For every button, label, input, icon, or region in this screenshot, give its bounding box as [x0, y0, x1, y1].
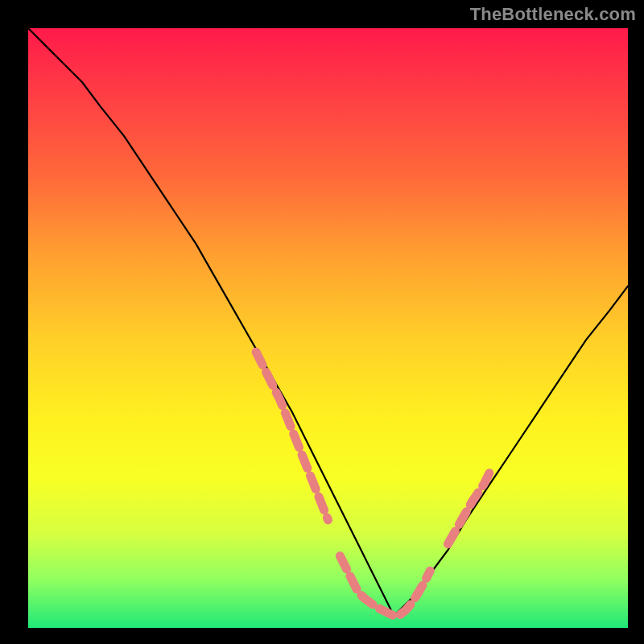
- right-curve: [394, 286, 628, 616]
- highlight-valley: [340, 556, 430, 617]
- curve-layer: [28, 28, 628, 628]
- highlight-right-ascent: [448, 472, 490, 543]
- left-curve: [28, 28, 394, 616]
- highlight-left-descent: [256, 352, 328, 520]
- plot-area: [28, 28, 628, 628]
- watermark-text: TheBottleneck.com: [470, 4, 636, 25]
- chart-frame: TheBottleneck.com: [0, 0, 644, 644]
